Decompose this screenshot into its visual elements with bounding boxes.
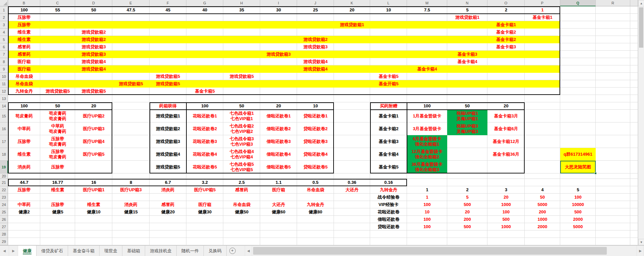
row-header-28[interactable]: 28 bbox=[0, 231, 8, 238]
cell-O25[interactable]: 100 bbox=[487, 208, 525, 216]
cell-D24[interactable]: 维生素 bbox=[75, 201, 112, 208]
row-header-3[interactable]: 3 bbox=[0, 21, 8, 29]
cell-G22[interactable]: 医疗UP箱5 bbox=[186, 186, 223, 194]
cell-L25[interactable]: 花啦还款卷 bbox=[370, 208, 407, 216]
row-header-4[interactable]: 4 bbox=[0, 29, 8, 36]
v-scroll-thumb[interactable] bbox=[639, 7, 643, 48]
cell-Q25[interactable]: 500 bbox=[560, 208, 596, 216]
h-scroll-thumb[interactable] bbox=[253, 247, 607, 255]
column-header-partial[interactable] bbox=[630, 0, 638, 6]
sheet-tab-2[interactable]: 基金奋斗箱 bbox=[68, 246, 100, 256]
cell-M22[interactable]: 1 bbox=[407, 186, 447, 194]
row-header-29[interactable]: 29 bbox=[0, 238, 8, 245]
row-header-26[interactable]: 26 bbox=[0, 216, 8, 223]
cell-I24[interactable]: 大还丹 bbox=[260, 201, 297, 208]
cell-N23[interactable]: 5 bbox=[447, 194, 487, 201]
cell-L26[interactable]: 借啦还款卷 bbox=[370, 216, 407, 223]
sheet-nav-left-button[interactable]: ◀ bbox=[0, 246, 9, 256]
add-sheet-button[interactable]: + bbox=[227, 246, 238, 256]
sheet-nav-right-button[interactable]: ▶ bbox=[9, 246, 18, 256]
cell-P27[interactable]: 2000 bbox=[525, 223, 560, 231]
row-header-7[interactable]: 7 bbox=[0, 51, 8, 58]
h-scroll-right-button[interactable]: ▶ bbox=[637, 246, 644, 256]
row-header-19[interactable]: 19 bbox=[0, 161, 8, 173]
row-header-20[interactable]: 20 bbox=[0, 173, 8, 179]
cell-G25[interactable]: 健康30 bbox=[186, 208, 223, 216]
cell-B22[interactable]: 压脉带 bbox=[8, 186, 40, 194]
sheet-tab-1[interactable]: 借贷及矿石 bbox=[37, 246, 68, 256]
cell-E24[interactable]: 消炎药 bbox=[112, 201, 150, 208]
row-header-22[interactable]: 22 bbox=[0, 186, 8, 194]
cell-Q22[interactable]: 5 bbox=[560, 186, 596, 194]
cell-N27[interactable]: 500 bbox=[447, 223, 487, 231]
row-header-10[interactable]: 10 bbox=[0, 73, 8, 80]
column-header-K[interactable]: K bbox=[334, 0, 370, 6]
row-header-16[interactable]: 16 bbox=[0, 122, 8, 135]
row-header-14[interactable]: 14 bbox=[0, 102, 8, 110]
cell-L27[interactable]: 贷啦还款卷 bbox=[370, 223, 407, 231]
cell-P25[interactable]: 200 bbox=[525, 208, 560, 216]
sheet-tab-0[interactable]: 健康 bbox=[18, 246, 37, 256]
select-all-button[interactable] bbox=[0, 0, 8, 6]
cell-D22[interactable]: 医疗UP箱1 bbox=[75, 186, 112, 194]
cell-M26[interactable]: 100 bbox=[407, 216, 447, 223]
column-header-J[interactable]: J bbox=[297, 0, 334, 6]
row-header-5[interactable]: 5 bbox=[0, 36, 8, 43]
cell-B25[interactable]: 健康2 bbox=[8, 208, 40, 216]
cell-O22[interactable]: 3 bbox=[487, 186, 525, 194]
cell-C25[interactable]: 健康5 bbox=[40, 208, 75, 216]
cell-P22[interactable]: 4 bbox=[525, 186, 560, 194]
cell-N26[interactable]: 200 bbox=[447, 216, 487, 223]
cell-G24[interactable]: 医疗箱 bbox=[186, 201, 223, 208]
cell-K22[interactable]: 大还丹 bbox=[334, 186, 370, 194]
horizontal-scrollbar[interactable]: ◀ ▶ bbox=[245, 246, 644, 256]
cell-I25[interactable]: 健康60 bbox=[260, 208, 297, 216]
row-header-15[interactable]: 15 bbox=[0, 110, 8, 122]
cell-L22[interactable]: 九转金丹 bbox=[370, 186, 407, 194]
cell-E22[interactable]: 医疗UP箱3 bbox=[112, 186, 150, 194]
cell-M24[interactable]: 100 bbox=[407, 201, 447, 208]
cell-L24[interactable]: VIP经验卡 bbox=[370, 201, 407, 208]
cell-Q23[interactable]: 100 bbox=[560, 194, 596, 201]
cell-F24[interactable]: 感冒药 bbox=[150, 201, 186, 208]
cell-O23[interactable]: 20 bbox=[487, 194, 525, 201]
cell-Q24[interactable]: 10000 bbox=[560, 201, 596, 208]
cell-H25[interactable]: 健康50 bbox=[223, 208, 260, 216]
sheet-tab-7[interactable]: 兑换码 bbox=[204, 246, 227, 256]
cell-P26[interactable]: 1000 bbox=[525, 216, 560, 223]
column-header-H[interactable]: H bbox=[223, 0, 260, 6]
cell-Q26[interactable]: 2000 bbox=[560, 216, 596, 223]
cell-P24[interactable]: 5000 bbox=[525, 201, 560, 208]
scroll-down-button[interactable]: ▼ bbox=[638, 239, 644, 245]
cell-D25[interactable]: 健康10 bbox=[75, 208, 112, 216]
cell-F22[interactable]: 消炎药 bbox=[150, 186, 186, 194]
column-header-F[interactable]: F bbox=[150, 0, 186, 6]
sheet-tab-3[interactable]: 现世盒 bbox=[100, 246, 122, 256]
h-scroll-track[interactable] bbox=[252, 246, 637, 256]
cell-N22[interactable]: 2 bbox=[447, 186, 487, 194]
cell-N24[interactable]: 500 bbox=[447, 201, 487, 208]
fill-handle[interactable] bbox=[594, 172, 597, 174]
sheet-tab-4[interactable]: 基础箱 bbox=[122, 246, 145, 256]
cell-N25[interactable]: 20 bbox=[447, 208, 487, 216]
column-header-P[interactable]: P bbox=[525, 0, 560, 6]
cell-H24[interactable]: 吊命血袋 bbox=[223, 201, 260, 208]
cell-M25[interactable]: 10 bbox=[407, 208, 447, 216]
scroll-up-button[interactable]: ▲ bbox=[638, 0, 644, 6]
cell-H22[interactable]: 感冒药 bbox=[223, 186, 260, 194]
column-header-O[interactable]: O bbox=[487, 0, 525, 6]
row-header-12[interactable]: 12 bbox=[0, 88, 8, 95]
row-header-24[interactable]: 24 bbox=[0, 201, 8, 208]
row-header-17[interactable]: 17 bbox=[0, 135, 8, 148]
column-header-M[interactable]: M bbox=[407, 0, 447, 6]
column-header-R[interactable]: R bbox=[596, 0, 630, 6]
cell-O26[interactable]: 500 bbox=[487, 216, 525, 223]
row-header-27[interactable]: 27 bbox=[0, 223, 8, 231]
cell-C22[interactable]: 维生素 bbox=[40, 186, 75, 194]
row-header-25[interactable]: 25 bbox=[0, 208, 8, 216]
vertical-scrollbar[interactable]: ▲ ▼ bbox=[638, 0, 644, 245]
row-header-2[interactable]: 2 bbox=[0, 14, 8, 21]
cell-F25[interactable]: 健康20 bbox=[150, 208, 186, 216]
row-header-1[interactable]: 1 bbox=[0, 6, 8, 14]
column-header-Q[interactable]: Q bbox=[560, 0, 596, 6]
